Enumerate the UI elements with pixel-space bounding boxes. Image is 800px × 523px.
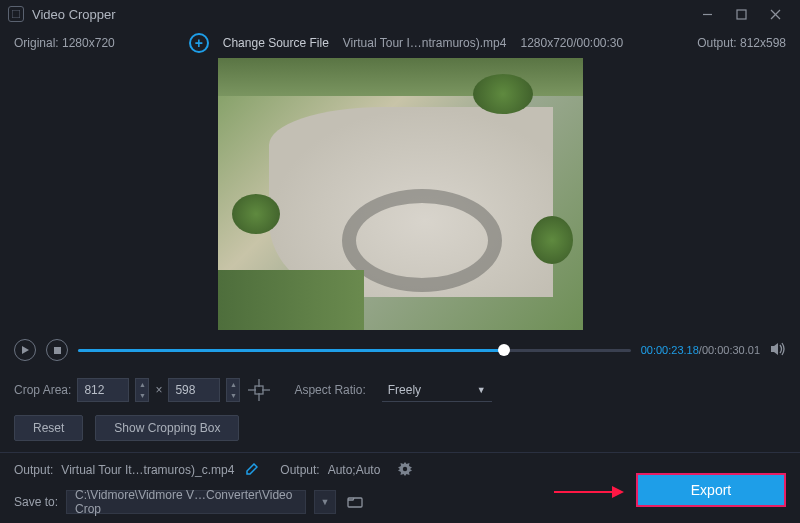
svg-rect-2 bbox=[737, 10, 746, 19]
annotation-arrow bbox=[554, 491, 622, 493]
aspect-ratio-label: Aspect Ratio: bbox=[294, 383, 365, 397]
close-button[interactable] bbox=[758, 0, 792, 28]
video-preview[interactable] bbox=[218, 58, 583, 330]
add-source-icon[interactable]: + bbox=[189, 33, 209, 53]
volume-icon[interactable] bbox=[770, 342, 786, 359]
crop-width-input[interactable]: 812 bbox=[77, 378, 129, 402]
minimize-button[interactable] bbox=[690, 0, 724, 28]
svg-point-14 bbox=[403, 466, 407, 470]
svg-marker-16 bbox=[612, 486, 624, 498]
crop-width-spinner[interactable]: ▲▼ bbox=[135, 378, 149, 402]
export-button[interactable]: Export bbox=[636, 473, 786, 507]
playback-time: 00:00:23.18/00:00:30.01 bbox=[641, 344, 760, 356]
svg-rect-0 bbox=[12, 10, 20, 18]
app-logo-icon bbox=[8, 6, 24, 22]
time-current: 00:00:23.18 bbox=[641, 344, 699, 356]
gear-icon[interactable] bbox=[398, 462, 412, 479]
svg-marker-7 bbox=[771, 343, 778, 355]
output-preset: Auto;Auto bbox=[328, 463, 381, 477]
output-label-1: Output: bbox=[14, 463, 53, 477]
reset-button[interactable]: Reset bbox=[14, 415, 83, 441]
svg-rect-12 bbox=[255, 386, 263, 394]
source-meta: 1280x720/00:00:30 bbox=[520, 36, 623, 50]
seek-thumb[interactable] bbox=[498, 344, 510, 356]
aspect-ratio-value: Freely bbox=[388, 383, 421, 397]
play-button[interactable] bbox=[14, 339, 36, 361]
divider bbox=[0, 452, 800, 453]
crop-height-input[interactable]: 598 bbox=[168, 378, 220, 402]
edit-icon[interactable] bbox=[246, 463, 258, 478]
info-bar: Original: 1280x720 + Change Source File … bbox=[0, 28, 800, 58]
open-folder-icon[interactable] bbox=[344, 490, 366, 514]
save-path-input[interactable]: C:\Vidmore\Vidmore V…Converter\Video Cro… bbox=[66, 490, 306, 514]
show-cropping-box-button[interactable]: Show Cropping Box bbox=[95, 415, 239, 441]
output-label-2: Output: bbox=[280, 463, 319, 477]
titlebar: Video Cropper bbox=[0, 0, 800, 28]
original-size-label: Original: 1280x720 bbox=[14, 36, 115, 50]
source-filename: Virtual Tour I…ntramuros).mp4 bbox=[343, 36, 507, 50]
multiply-symbol: × bbox=[155, 383, 162, 397]
svg-rect-6 bbox=[54, 347, 61, 354]
button-row: Reset Show Cropping Box bbox=[0, 410, 800, 446]
seek-fill bbox=[78, 349, 504, 352]
crop-center-icon[interactable] bbox=[248, 379, 270, 401]
chevron-down-icon: ▼ bbox=[477, 385, 486, 395]
save-path-dropdown[interactable]: ▼ bbox=[314, 490, 336, 514]
maximize-button[interactable] bbox=[724, 0, 758, 28]
preview-area bbox=[0, 58, 800, 330]
svg-marker-5 bbox=[22, 346, 29, 354]
app-title: Video Cropper bbox=[32, 7, 690, 22]
crop-settings-row: Crop Area: 812 ▲▼ × 598 ▲▼ Aspect Ratio:… bbox=[0, 370, 800, 410]
change-source-button[interactable]: Change Source File bbox=[223, 36, 329, 50]
seek-bar[interactable] bbox=[78, 349, 631, 352]
crop-area-label: Crop Area: bbox=[14, 383, 71, 397]
stop-button[interactable] bbox=[46, 339, 68, 361]
output-filename: Virtual Tour It…tramuros)_c.mp4 bbox=[61, 463, 234, 477]
save-to-label: Save to: bbox=[14, 495, 58, 509]
aspect-ratio-select[interactable]: Freely ▼ bbox=[382, 378, 492, 402]
crop-height-spinner[interactable]: ▲▼ bbox=[226, 378, 240, 402]
playback-controls: 00:00:23.18/00:00:30.01 bbox=[0, 330, 800, 370]
output-size-label: Output: 812x598 bbox=[697, 36, 786, 50]
time-total: /00:00:30.01 bbox=[699, 344, 760, 356]
